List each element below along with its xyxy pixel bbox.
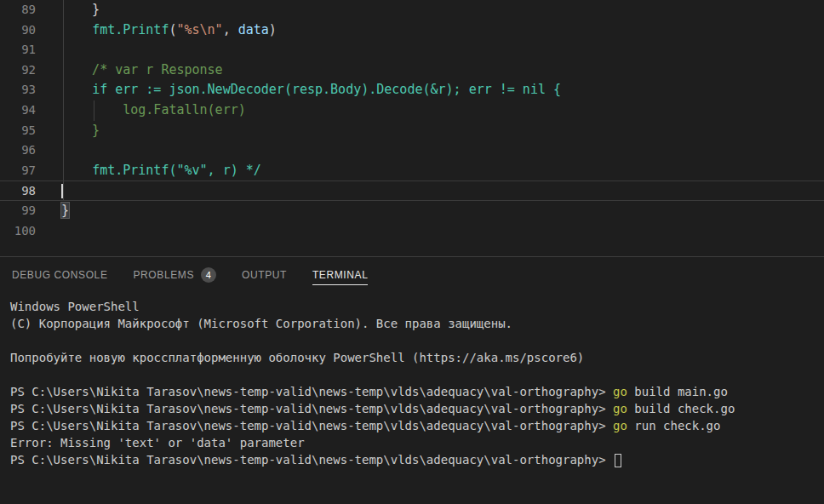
panel-tab-terminal[interactable]: TERMINAL (312, 265, 368, 285)
terminal-line: PS C:\Users\Nikita Tarasov\news-temp-val… (10, 400, 814, 417)
line-number[interactable]: 93 (0, 80, 39, 100)
code-editor[interactable]: 89 }90 fmt.Printf("%s\n", data)9192 /* v… (0, 0, 824, 256)
terminal-text: Windows PowerShell (10, 300, 140, 313)
terminal-text: PS C:\Users\Nikita Tarasov\news-temp-val… (10, 385, 613, 398)
line-number[interactable]: 91 (0, 40, 39, 60)
code-lines: 89 }90 fmt.Printf("%s\n", data)9192 /* v… (0, 0, 824, 241)
panel-tab-problems[interactable]: PROBLEMS4 (134, 263, 217, 287)
bottom-panel: DEBUG CONSOLEPROBLEMS4OUTPUTTERMINAL Win… (0, 256, 824, 504)
terminal-text: run check.go (627, 419, 721, 432)
code-line-content: if err := json.NewDecoder(resp.Body).Dec… (61, 80, 561, 100)
terminal-text: (C) Корпорация Майкрософт (Microsoft Cor… (10, 317, 512, 330)
code-line-content (61, 181, 63, 200)
code-token: fmt.Printf("%v", r) */ (92, 163, 261, 178)
line-number[interactable]: 100 (0, 221, 39, 242)
code-line[interactable]: 99} (0, 201, 824, 221)
terminal-line: PS C:\Users\Nikita Tarasov\news-temp-val… (10, 417, 814, 434)
terminal-line: Попробуйте новую кроссплатформенную обол… (10, 349, 814, 366)
code-token (61, 82, 92, 97)
code-line-content: log.Fatalln(err) (61, 100, 246, 121)
code-line-content: fmt.Printf("%s\n", data) (61, 20, 277, 41)
code-line[interactable]: 92 /* var r Response (0, 60, 824, 81)
code-token: data (238, 22, 269, 37)
line-number[interactable]: 90 (0, 20, 39, 41)
code-line[interactable]: 95 } (0, 121, 824, 141)
code-token: ) (269, 22, 277, 37)
code-token: } (61, 203, 69, 218)
code-line[interactable]: 97 fmt.Printf("%v", r) */ (0, 161, 824, 181)
terminal-area[interactable]: Windows PowerShell(C) Корпорация Майкрос… (0, 293, 824, 473)
code-token: } (61, 123, 100, 138)
terminal-line: (C) Корпорация Майкрософт (Microsoft Cor… (10, 315, 814, 332)
code-line[interactable]: 100 (0, 221, 824, 242)
problems-badge: 4 (201, 267, 216, 283)
terminal-text: go (613, 419, 627, 432)
terminal-line (10, 332, 814, 349)
code-line[interactable]: 96 (0, 140, 824, 161)
code-line-content: } (61, 0, 100, 20)
line-number[interactable]: 96 (0, 140, 39, 161)
line-number[interactable]: 89 (0, 0, 39, 20)
code-line[interactable]: 93 if err := json.NewDecoder(resp.Body).… (0, 80, 824, 100)
code-token: "%s\n" (176, 22, 222, 37)
terminal-line: Error: Missing 'text' or 'data' paramete… (10, 434, 814, 451)
code-token (61, 22, 92, 37)
panel-tab-label: TERMINAL (312, 269, 368, 281)
terminal-text: PS C:\Users\Nikita Tarasov\news-temp-val… (10, 453, 613, 467)
code-token (61, 163, 92, 178)
panel-tab-bar: DEBUG CONSOLEPROBLEMS4OUTPUTTERMINAL (0, 257, 824, 293)
code-token: fmt.Printf (92, 22, 169, 37)
code-token: , (223, 22, 238, 37)
code-line[interactable]: 94 log.Fatalln(err) (0, 100, 824, 121)
panel-tab-label: DEBUG CONSOLE (12, 269, 108, 281)
terminal-text: go (613, 385, 627, 398)
code-line[interactable]: 89 } (0, 0, 824, 20)
code-line[interactable]: 90 fmt.Printf("%s\n", data) (0, 20, 824, 41)
terminal-text: PS C:\Users\Nikita Tarasov\news-temp-val… (10, 419, 613, 432)
panel-tab-output[interactable]: OUTPUT (242, 265, 287, 285)
line-number[interactable]: 95 (0, 121, 39, 141)
code-line-content: } (61, 201, 69, 221)
editor-cursor (61, 184, 63, 198)
code-token: } (61, 2, 100, 17)
line-number[interactable]: 99 (0, 201, 39, 221)
terminal-line: Windows PowerShell (10, 298, 814, 315)
code-line-content: /* var r Response (61, 60, 223, 81)
code-line-content: } (61, 121, 100, 141)
line-number[interactable]: 97 (0, 161, 39, 181)
code-line[interactable]: 91 (0, 40, 824, 60)
line-number[interactable]: 92 (0, 60, 39, 81)
code-token: if err := json.NewDecoder(resp.Body).Dec… (92, 82, 561, 97)
code-line-content: fmt.Printf("%v", r) */ (61, 161, 261, 181)
terminal-text: go (613, 402, 627, 415)
code-line[interactable]: 98 (0, 180, 824, 201)
terminal-text: build check.go (627, 402, 735, 415)
terminal-line (10, 366, 814, 383)
panel-tab-label: PROBLEMS (134, 269, 195, 281)
terminal-text: Попробуйте новую кроссплатформенную обол… (10, 351, 584, 364)
panel-tab-label: OUTPUT (242, 269, 287, 281)
terminal-cursor (615, 454, 621, 467)
line-number[interactable]: 94 (0, 100, 39, 121)
terminal-text: PS C:\Users\Nikita Tarasov\news-temp-val… (10, 402, 613, 415)
code-token: log.Fatalln(err) (61, 102, 246, 117)
terminal-text: build main.go (627, 385, 728, 398)
terminal-text: Error: Missing 'text' or 'data' paramete… (10, 436, 305, 450)
panel-tab-debug-console[interactable]: DEBUG CONSOLE (12, 265, 108, 285)
code-token: /* var r Response (61, 62, 223, 77)
line-number[interactable]: 98 (0, 181, 39, 200)
terminal-line: PS C:\Users\Nikita Tarasov\news-temp-val… (10, 451, 814, 468)
terminal-line: PS C:\Users\Nikita Tarasov\news-temp-val… (10, 383, 814, 400)
